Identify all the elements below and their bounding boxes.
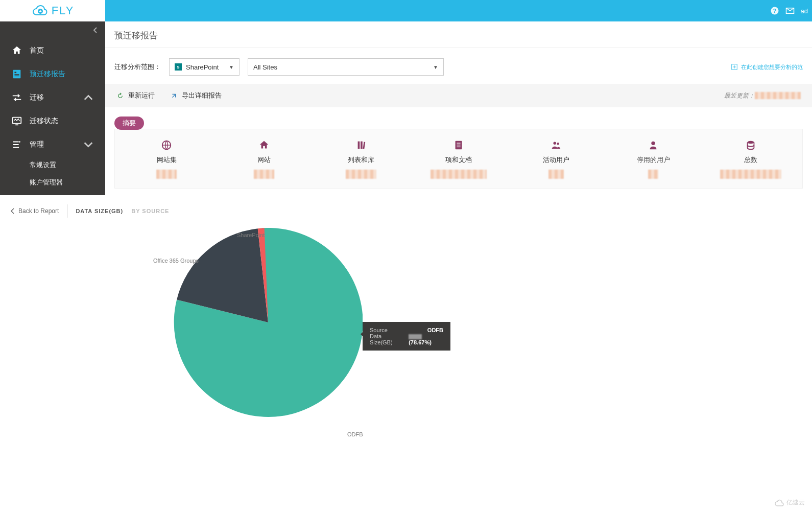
mail-icon[interactable] [785, 6, 795, 15]
users-icon [551, 139, 562, 151]
summary-total: 总数 [702, 134, 799, 188]
rerun-button[interactable]: 重新运行 [116, 91, 155, 100]
user-icon [648, 139, 659, 151]
brand-logo[interactable]: FLY [0, 0, 105, 21]
summary-active-users: 活动用户 [507, 134, 605, 188]
sidebar-item-premigration-report[interactable]: 预迁移报告 [0, 62, 105, 86]
svg-point-10 [17, 147, 19, 148]
tooltip-source-value: ODFB [427, 327, 443, 333]
sidebar-label: 迁移状态 [30, 117, 58, 126]
svg-rect-14 [361, 142, 363, 149]
sidebar-label: 迁移 [30, 93, 44, 102]
sidebar-collapse-icon[interactable] [93, 27, 98, 35]
last-update-label: 最近更新： [724, 91, 801, 100]
database-icon [745, 139, 756, 151]
summary-value [648, 170, 658, 179]
pie-chart: SharePoint Office 365 Groups ODFB Source… [0, 228, 812, 494]
svg-rect-6 [14, 76, 19, 76]
chevron-left-icon [10, 208, 15, 214]
pie-label-odfb: ODFB [347, 431, 363, 437]
tab-by-source[interactable]: BY SOURCE [131, 208, 169, 214]
svg-text:?: ? [773, 8, 776, 14]
svg-point-23 [747, 141, 754, 144]
caret-down-icon: ▼ [229, 64, 234, 70]
dropdown-sites[interactable]: All Sites ▼ [248, 58, 444, 76]
caret-down-icon: ▼ [433, 64, 438, 70]
dropdown-value: All Sites [253, 63, 277, 71]
books-icon [355, 139, 367, 151]
sidebar: 首页 预迁移报告 迁移 迁移状态 管理 常规设置 账户管理器 [0, 21, 105, 195]
back-to-report-link[interactable]: Back to Report [10, 207, 59, 215]
sidebar-label: 首页 [30, 46, 44, 55]
brand-name: FLY [52, 4, 75, 17]
tooltip-size-label: Data Size(GB) [370, 333, 403, 345]
svg-rect-19 [457, 147, 460, 147]
summary-value [346, 170, 376, 179]
svg-rect-4 [14, 72, 16, 73]
summary-sites: 网站 [216, 134, 313, 188]
sidebar-subitem-general-settings[interactable]: 常规设置 [0, 156, 105, 174]
chevron-up-icon [83, 92, 94, 103]
tab-data-size[interactable]: DATA SIZE(GB) [76, 208, 123, 214]
sidebar-item-manage[interactable]: 管理 [0, 133, 105, 156]
svg-point-22 [652, 142, 655, 145]
sharepoint-icon: s [175, 63, 182, 71]
tooltip-source-label: Source [370, 327, 388, 333]
user-label[interactable]: ad [801, 7, 808, 15]
dropdown-value: SharePoint [186, 63, 219, 71]
summary-row: 网站集 网站 列表和库 项和文档 活动用户 [114, 129, 803, 189]
chart-tooltip: Source ODFB Data Size(GB) (78.67%) [363, 322, 450, 351]
summary-items-docs: 项和文档 [410, 134, 508, 188]
sidebar-label: 预迁移报告 [30, 69, 65, 79]
summary-value [431, 170, 487, 179]
sidebar-item-home[interactable]: 首页 [0, 39, 105, 62]
tooltip-size-value: (78.67%) [409, 333, 443, 345]
cloud-plane-icon [31, 4, 49, 17]
summary-value [156, 170, 177, 179]
globe-icon [161, 139, 172, 151]
divider [67, 204, 67, 218]
sidebar-item-migration[interactable]: 迁移 [0, 86, 105, 109]
summary-disabled-users: 停用的用户 [605, 134, 702, 188]
pie-label-o365: Office 365 Groups [153, 258, 199, 264]
summary-value [548, 170, 564, 179]
svg-rect-17 [457, 143, 460, 143]
summary-badge: 摘要 [114, 117, 144, 130]
refresh-icon [116, 92, 124, 100]
export-icon [170, 92, 178, 100]
scope-label: 迁移分析范围： [114, 62, 161, 72]
summary-value [720, 170, 781, 179]
summary-lists-libraries: 列表和库 [313, 134, 410, 188]
dropdown-platform[interactable]: s SharePoint ▼ [169, 58, 240, 76]
settings-icon [11, 139, 22, 150]
monitor-icon [11, 115, 22, 127]
svg-rect-18 [457, 145, 460, 145]
svg-point-20 [553, 142, 556, 145]
svg-point-9 [14, 144, 16, 146]
migration-icon [11, 92, 22, 103]
svg-rect-15 [363, 142, 366, 149]
svg-rect-13 [358, 142, 360, 149]
svg-point-21 [557, 143, 559, 145]
create-scope-link[interactable]: 在此创建您想要分析的范 [731, 63, 803, 71]
summary-value [254, 170, 274, 179]
sidebar-item-migration-status[interactable]: 迁移状态 [0, 109, 105, 133]
add-scope-icon [731, 63, 738, 71]
home-icon [11, 45, 22, 56]
svg-point-8 [19, 141, 20, 143]
last-update-value [755, 92, 801, 99]
export-button[interactable]: 导出详细报告 [170, 91, 222, 100]
chevron-down-icon [83, 139, 94, 150]
summary-site-collections: 网站集 [118, 134, 216, 188]
document-icon [453, 139, 464, 151]
svg-rect-5 [14, 74, 19, 75]
sidebar-label: 管理 [30, 140, 44, 149]
page-title: 预迁移报告 [105, 21, 812, 48]
home-icon [258, 139, 270, 151]
sidebar-subitem-account-manager[interactable]: 账户管理器 [0, 174, 105, 191]
pie-label-sharepoint: SharePoint [237, 232, 265, 238]
report-icon [11, 68, 22, 80]
help-icon[interactable]: ? [770, 6, 779, 15]
